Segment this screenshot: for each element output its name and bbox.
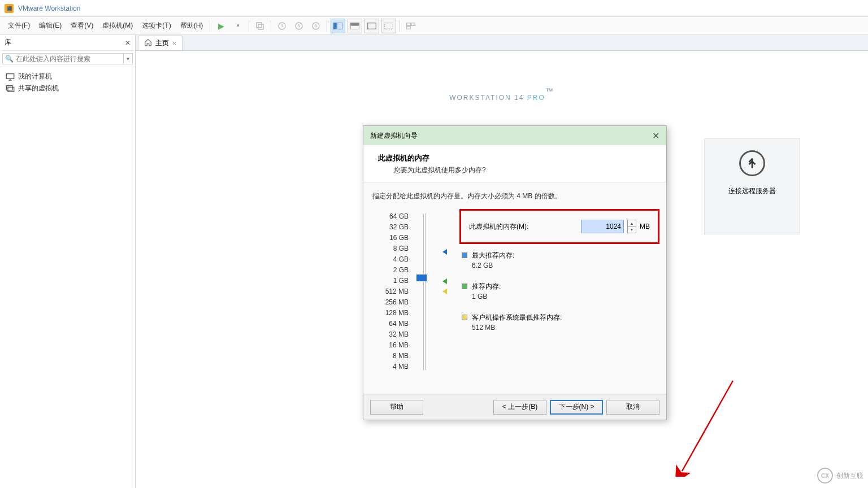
spinner-down[interactable]: ▼: [628, 227, 636, 233]
min-marker: [442, 289, 447, 294]
tab-home[interactable]: 主页 ×: [138, 36, 183, 50]
slider-thumb[interactable]: [416, 274, 427, 281]
svg-rect-14: [6, 73, 14, 79]
sidebar-header: 库 ✕: [0, 35, 135, 51]
wizard-title: 新建虚拟机向导: [370, 131, 418, 141]
svg-rect-0: [257, 23, 262, 28]
watermark: CX 创新互联: [817, 468, 863, 483]
toolbar-clock1-icon[interactable]: [275, 19, 289, 33]
search-input[interactable]: [16, 55, 121, 63]
svg-rect-10: [385, 23, 393, 29]
svg-rect-7: [350, 23, 359, 25]
svg-rect-1: [258, 24, 263, 29]
menubar: 文件(F) 编辑(E) 查看(V) 虚拟机(M) 选项卡(T) 帮助(H) ▶ …: [0, 17, 868, 35]
tabbar: 主页 ×: [136, 35, 868, 51]
rec-marker: [442, 278, 447, 284]
sidebar: 库 ✕ 🔍 ▼ 我的计算机 共享的虚拟机: [0, 35, 136, 488]
svg-rect-5: [333, 23, 336, 29]
svg-rect-9: [368, 23, 376, 29]
view-mode-4[interactable]: [381, 19, 396, 33]
tree-item-my-computer[interactable]: 我的计算机: [2, 71, 133, 82]
memory-config-area: 64 GB 32 GB 16 GB 8 GB 4 GB 2 GB 1 GB 51…: [372, 211, 657, 372]
memory-input[interactable]: [581, 220, 624, 233]
toolbar-snapshot-icon[interactable]: [253, 19, 267, 33]
watermark-text: 创新互联: [836, 471, 863, 481]
sidebar-close-icon[interactable]: ✕: [125, 39, 131, 47]
view-mode-1[interactable]: [331, 19, 345, 33]
wizard-footer: 帮助 < 上一步(B) 下一步(N) > 取消: [363, 394, 666, 420]
help-button[interactable]: 帮助: [370, 400, 423, 415]
memory-input-wrap: ▲ ▼ MB: [581, 220, 650, 233]
menu-tabs[interactable]: 选项卡(T): [137, 19, 175, 33]
play-dropdown[interactable]: ▼: [231, 19, 245, 33]
legend-min-value: 512 MB: [472, 324, 657, 332]
memory-spinner[interactable]: ▲ ▼: [627, 220, 636, 233]
max-marker: [442, 249, 447, 255]
memory-slider[interactable]: [419, 211, 431, 372]
legend-rec-value: 1 GB: [472, 293, 657, 300]
wizard-subheading: 您要为此虚拟机使用多少内存?: [394, 165, 652, 175]
sidebar-title: 库: [5, 38, 11, 47]
remote-connect-icon: [739, 150, 765, 176]
view-mode-2[interactable]: [348, 19, 362, 33]
memory-scale: 64 GB 32 GB 16 GB 8 GB 4 GB 2 GB 1 GB 51…: [372, 211, 409, 372]
titlebar: ▣ VMware Workstation: [0, 0, 868, 17]
memory-right-panel: 此虚拟机的内存(M): ▲ ▼ MB 最大推荐内存:: [462, 211, 657, 372]
menu-vm[interactable]: 虚拟机(M): [98, 19, 137, 33]
svg-rect-11: [407, 23, 411, 25]
svg-rect-13: [407, 26, 411, 29]
legend-square-yellow: [462, 315, 467, 320]
new-vm-wizard-dialog: 新建虚拟机向导 ✕ 此虚拟机的内存 您要为此虚拟机使用多少内存? 指定分配给此虚…: [363, 125, 667, 420]
legend-min-label: 客户机操作系统最低推荐内存:: [472, 313, 657, 323]
tree-item-shared-vm[interactable]: 共享的虚拟机: [2, 82, 133, 94]
legend-rec-label: 推荐内存:: [472, 282, 657, 291]
svg-rect-15: [6, 85, 12, 90]
svg-rect-16: [8, 87, 14, 91]
toolbar-clock2-icon[interactable]: [292, 19, 306, 33]
view-mode-3[interactable]: [364, 19, 379, 33]
menu-edit[interactable]: 编辑(E): [34, 19, 66, 33]
memory-legend: 最大推荐内存: 6.2 GB 推荐内存: 1 GB: [462, 251, 657, 332]
wizard-close-icon[interactable]: ✕: [652, 130, 659, 141]
app-title: VMware Workstation: [18, 5, 80, 12]
sidebar-search-row: 🔍 ▼: [0, 51, 135, 67]
svg-rect-12: [411, 23, 415, 25]
search-box[interactable]: 🔍: [2, 53, 124, 64]
toolbar-grid-icon[interactable]: [403, 19, 418, 33]
legend-square-blue: [462, 252, 467, 258]
menu-help[interactable]: 帮助(H): [176, 19, 208, 33]
home-icon: [144, 38, 152, 48]
wizard-header: 此虚拟机的内存 您要为此虚拟机使用多少内存?: [363, 145, 666, 182]
play-button[interactable]: ▶: [214, 19, 228, 33]
memory-unit: MB: [640, 223, 650, 230]
wizard-body: 指定分配给此虚拟机的内存量。内存大小必须为 4 MB 的倍数。 64 GB 32…: [363, 182, 666, 381]
tree-label: 我的计算机: [18, 72, 52, 81]
tab-label: 主页: [155, 38, 169, 48]
marker-column: [441, 211, 452, 372]
search-dropdown[interactable]: ▼: [124, 53, 133, 64]
tree-label: 共享的虚拟机: [18, 84, 59, 93]
svg-rect-8: [350, 25, 359, 29]
memory-input-label: 此虚拟机的内存(M):: [469, 222, 528, 232]
search-icon: 🔍: [5, 55, 14, 63]
wizard-titlebar[interactable]: 新建虚拟机向导 ✕: [363, 126, 666, 145]
svg-rect-6: [337, 23, 342, 29]
legend-square-green: [462, 284, 467, 289]
wizard-description: 指定分配给此虚拟机的内存量。内存大小必须为 4 MB 的倍数。: [372, 191, 657, 201]
legend-max-value: 6.2 GB: [472, 262, 657, 269]
toolbar-clock3-icon[interactable]: [309, 19, 323, 33]
shared-icon: [6, 85, 15, 93]
highlighted-input-box: 此虚拟机的内存(M): ▲ ▼ MB: [459, 209, 659, 244]
feature-label: 连接远程服务器: [728, 186, 776, 196]
legend-max-label: 最大推荐内存:: [472, 251, 657, 260]
next-button[interactable]: 下一步(N) >: [550, 400, 603, 415]
menu-view[interactable]: 查看(V): [66, 19, 98, 33]
feature-card-remote[interactable]: 连接远程服务器: [704, 138, 800, 234]
menu-file[interactable]: 文件(F): [3, 19, 34, 33]
sidebar-tree: 我的计算机 共享的虚拟机: [0, 67, 135, 98]
wizard-heading: 此虚拟机的内存: [378, 154, 429, 162]
cancel-button[interactable]: 取消: [606, 400, 659, 415]
back-button[interactable]: < 上一步(B): [493, 400, 546, 415]
tab-close-icon[interactable]: ×: [172, 40, 176, 47]
spinner-up[interactable]: ▲: [628, 220, 636, 227]
